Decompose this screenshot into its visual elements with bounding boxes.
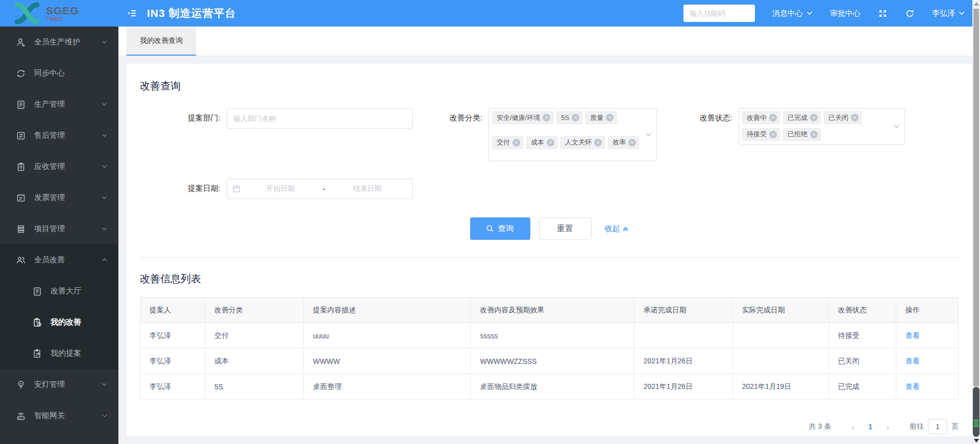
category-multiselect[interactable]: 安全/健康/环境× 5S× 质量× 交付× 成本× 人文关怀× 效率× bbox=[488, 108, 657, 161]
message-center-menu[interactable]: 消息中心 bbox=[772, 9, 813, 18]
date-range-picker[interactable]: 开始日期 - 结束日期 bbox=[227, 179, 413, 199]
cell-category: 交付 bbox=[205, 323, 304, 349]
cell-effect: 桌面物品归类摆放 bbox=[471, 374, 634, 400]
status-field-group: 改善状态: 改善中× 已完成× 已关闭× 待接受× 已拒绝× bbox=[685, 108, 905, 145]
cell-effect: sssss bbox=[471, 323, 634, 349]
vertical-scrollbar[interactable] bbox=[972, 0, 980, 444]
tag-close-icon[interactable]: × bbox=[606, 114, 614, 121]
category-tag: 成本× bbox=[526, 136, 557, 149]
fullscreen-icon[interactable] bbox=[878, 9, 888, 18]
table-row: 李弘泽 5S 桌面整理 桌面物品归类摆放 2021年1月26日 2021年1月1… bbox=[140, 374, 959, 400]
tag-close-icon[interactable]: × bbox=[572, 114, 579, 121]
chevron-down-icon bbox=[102, 196, 107, 200]
sidebar-item-production[interactable]: 生产管理 bbox=[0, 89, 118, 120]
cell-desc: uuuu bbox=[304, 323, 471, 349]
page-unit-label: 页 bbox=[951, 422, 959, 431]
status-tag: 已完成× bbox=[783, 111, 821, 124]
app-root: SGEG 广电电气 IN3 制造运营平台 消息中心 审批中心 李弘 bbox=[0, 0, 980, 444]
main-card: 改善查询 提案部门: 改善分类: 安全/健康/环 bbox=[127, 64, 972, 436]
table-header-row: 提案人 改善分类 提案内容描述 改善内容及预期效果 承诺完成日期 实际完成日期 … bbox=[140, 298, 959, 323]
sidebar-item-label: 同步中心 bbox=[34, 68, 107, 78]
dept-label: 提案部门: bbox=[174, 108, 220, 123]
tab-my-improvement-query[interactable]: 我的改善查询 bbox=[127, 27, 196, 56]
page-number-1[interactable]: 1 bbox=[863, 423, 877, 431]
tag-close-icon[interactable]: × bbox=[547, 139, 554, 146]
sidebar-item-label: 我的提案 bbox=[51, 349, 107, 358]
tag-close-icon[interactable]: × bbox=[810, 114, 818, 121]
chevron-down-icon bbox=[893, 125, 900, 129]
goto-page-input[interactable] bbox=[928, 419, 947, 434]
sidebar-item-invoices[interactable]: 发票管理 bbox=[0, 182, 118, 213]
chevron-down-icon bbox=[959, 11, 965, 15]
date-field-group: 提案日期: 开始日期 - 结束日期 bbox=[174, 179, 413, 199]
tag-close-icon[interactable]: × bbox=[851, 114, 859, 121]
query-section-title: 改善查询 bbox=[140, 79, 959, 93]
table-row: 李弘泽 交付 uuuu sssss 待接受 查看 bbox=[140, 323, 959, 349]
next-page-icon[interactable]: › bbox=[877, 423, 898, 431]
query-form-row-1: 提案部门: 改善分类: 安全/健康/环境× 5S× 质 bbox=[140, 108, 959, 161]
search-button[interactable]: 查询 bbox=[470, 217, 530, 240]
sidebar-item-my-proposals[interactable]: 我的提案 bbox=[0, 338, 118, 369]
sidebar-item-label: 项目管理 bbox=[34, 224, 102, 234]
approval-center-menu[interactable]: 审批中心 bbox=[830, 9, 861, 18]
view-link[interactable]: 查看 bbox=[905, 357, 920, 365]
sidebar-item-receivables[interactable]: 应收管理 bbox=[0, 151, 118, 182]
scroll-up-arrow-icon[interactable] bbox=[974, 2, 979, 6]
invoice-icon bbox=[15, 192, 27, 204]
tag-close-icon[interactable]: × bbox=[543, 114, 550, 121]
sidebar-item-sync-center[interactable]: 同步中心 bbox=[0, 58, 118, 89]
table-row: 李弘泽 成本 WWWW WWWWWZZSSS 2021年1月26日 已关闭 查看 bbox=[140, 349, 959, 374]
view-link[interactable]: 查看 bbox=[905, 382, 920, 390]
sidebar-item-after-sales[interactable]: 售后管理 bbox=[0, 120, 118, 151]
dept-input[interactable] bbox=[227, 108, 413, 129]
tag-close-icon[interactable]: × bbox=[769, 114, 777, 121]
category-tag: 5S× bbox=[556, 111, 582, 124]
cell-proposer: 李弘泽 bbox=[140, 374, 205, 400]
scrollbar-bottom-widget[interactable] bbox=[973, 387, 979, 437]
col-effect: 改善内容及预期效果 bbox=[471, 298, 634, 323]
chevron-down-icon bbox=[102, 414, 107, 417]
tag-label: 已关闭 bbox=[828, 113, 848, 122]
prev-page-icon[interactable]: ‹ bbox=[842, 423, 863, 431]
sidebar-item-my-improvement[interactable]: 我的改善 bbox=[0, 307, 118, 338]
status-tag: 已拒绝× bbox=[783, 128, 821, 141]
user-menu[interactable]: 李弘泽 bbox=[932, 9, 965, 18]
tag-close-icon[interactable]: × bbox=[594, 139, 602, 146]
status-label: 改善状态: bbox=[685, 108, 732, 123]
sidebar-item-label: 智能网关 bbox=[34, 411, 102, 421]
improvement-table: 提案人 改善分类 提案内容描述 改善内容及预期效果 承诺完成日期 实际完成日期 … bbox=[140, 297, 959, 400]
function-code-input[interactable] bbox=[683, 5, 755, 22]
sidebar-item-andon[interactable]: 安灯管理 bbox=[0, 369, 118, 400]
sidebar-item-tpm[interactable]: 全员生产维护 bbox=[0, 27, 118, 58]
status-multiselect[interactable]: 改善中× 已完成× 已关闭× 待接受× 已拒绝× bbox=[739, 108, 905, 145]
tag-close-icon[interactable]: × bbox=[628, 139, 636, 146]
scrollbar-thumb[interactable] bbox=[973, 9, 979, 386]
sidebar-item-gateway[interactable]: 智能网关 bbox=[0, 400, 118, 431]
tag-close-icon[interactable]: × bbox=[512, 139, 520, 146]
tag-label: 交付 bbox=[497, 138, 510, 147]
reset-button[interactable]: 重置 bbox=[539, 217, 592, 240]
sync-icon bbox=[15, 68, 27, 79]
view-link[interactable]: 查看 bbox=[905, 331, 920, 339]
menu-fold-icon[interactable] bbox=[127, 8, 138, 18]
sidebar-item-improvement[interactable]: 全员改善 bbox=[0, 244, 118, 276]
chevron-down-icon bbox=[645, 133, 652, 137]
sidebar-item-improvement-hall[interactable]: 改善大厅 bbox=[0, 276, 118, 307]
refresh-icon[interactable] bbox=[905, 9, 915, 18]
chevron-down-icon bbox=[102, 134, 107, 137]
sidebar-item-projects[interactable]: 项目管理 bbox=[0, 213, 118, 244]
cell-category: 成本 bbox=[205, 349, 304, 374]
collapse-form-link[interactable]: 收起 bbox=[605, 224, 629, 234]
category-tag: 人文关怀× bbox=[560, 136, 605, 149]
calendar-icon bbox=[232, 185, 240, 193]
tag-label: 质量 bbox=[590, 113, 603, 122]
document-icon bbox=[15, 99, 27, 110]
scroll-down-arrow-icon[interactable] bbox=[974, 439, 979, 442]
col-promised-date: 承诺完成日期 bbox=[634, 298, 732, 323]
section-divider bbox=[140, 257, 959, 258]
cell-desc: 桌面整理 bbox=[304, 374, 471, 400]
chevron-down-icon bbox=[102, 40, 107, 44]
top-header: SGEG 广电电气 IN3 制造运营平台 消息中心 审批中心 李弘 bbox=[0, 0, 980, 27]
tag-close-icon[interactable]: × bbox=[810, 131, 818, 138]
tag-close-icon[interactable]: × bbox=[769, 131, 777, 138]
